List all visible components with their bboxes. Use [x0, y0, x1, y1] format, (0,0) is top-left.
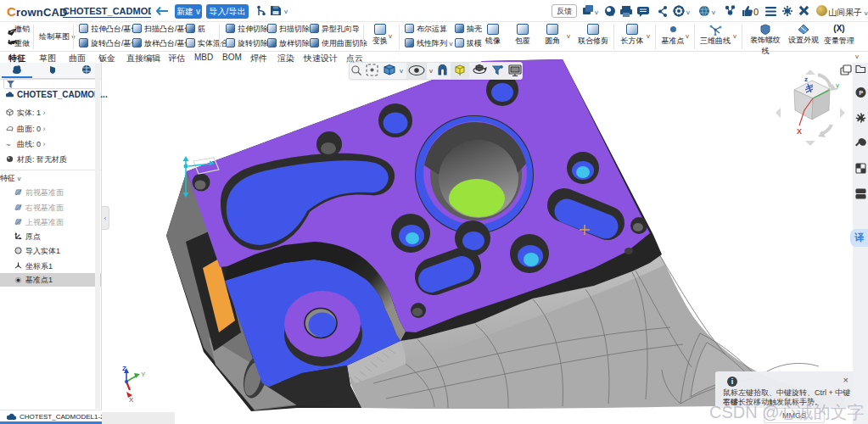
svg-text:P: P — [860, 90, 864, 96]
svg-text:v: v — [429, 67, 433, 75]
svg-text:y: y — [836, 81, 839, 89]
svg-text:Y: Y — [141, 371, 146, 378]
svg-text:v: v — [686, 8, 690, 16]
svg-text:0: 0 — [753, 7, 759, 17]
svg-text:X: X — [797, 127, 802, 136]
svg-text:Z: Z — [122, 365, 126, 372]
svg-text:z: z — [804, 75, 808, 83]
svg-text:v: v — [712, 8, 715, 16]
svg-text:v: v — [400, 67, 403, 75]
svg-text:v: v — [595, 8, 598, 16]
svg-text:X: X — [129, 396, 134, 404]
